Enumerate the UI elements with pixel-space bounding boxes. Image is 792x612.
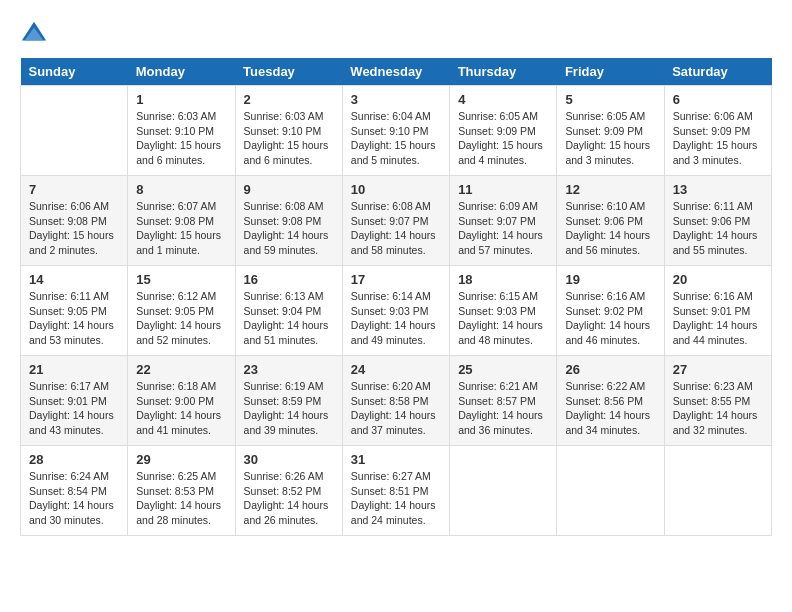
calendar-cell: 7Sunrise: 6:06 AM Sunset: 9:08 PM Daylig…	[21, 176, 128, 266]
calendar-cell: 17Sunrise: 6:14 AM Sunset: 9:03 PM Dayli…	[342, 266, 449, 356]
calendar-cell: 28Sunrise: 6:24 AM Sunset: 8:54 PM Dayli…	[21, 446, 128, 536]
day-number: 15	[136, 272, 226, 287]
calendar-cell: 27Sunrise: 6:23 AM Sunset: 8:55 PM Dayli…	[664, 356, 771, 446]
day-number: 5	[565, 92, 655, 107]
day-info: Sunrise: 6:09 AM Sunset: 9:07 PM Dayligh…	[458, 199, 548, 258]
calendar-cell: 21Sunrise: 6:17 AM Sunset: 9:01 PM Dayli…	[21, 356, 128, 446]
logo	[20, 20, 52, 48]
day-info: Sunrise: 6:26 AM Sunset: 8:52 PM Dayligh…	[244, 469, 334, 528]
day-info: Sunrise: 6:08 AM Sunset: 9:07 PM Dayligh…	[351, 199, 441, 258]
day-number: 6	[673, 92, 763, 107]
day-number: 23	[244, 362, 334, 377]
calendar-cell: 30Sunrise: 6:26 AM Sunset: 8:52 PM Dayli…	[235, 446, 342, 536]
calendar-cell: 11Sunrise: 6:09 AM Sunset: 9:07 PM Dayli…	[450, 176, 557, 266]
calendar-cell: 16Sunrise: 6:13 AM Sunset: 9:04 PM Dayli…	[235, 266, 342, 356]
day-number: 29	[136, 452, 226, 467]
calendar-cell: 20Sunrise: 6:16 AM Sunset: 9:01 PM Dayli…	[664, 266, 771, 356]
calendar-cell: 26Sunrise: 6:22 AM Sunset: 8:56 PM Dayli…	[557, 356, 664, 446]
day-info: Sunrise: 6:27 AM Sunset: 8:51 PM Dayligh…	[351, 469, 441, 528]
day-number: 3	[351, 92, 441, 107]
calendar-cell: 9Sunrise: 6:08 AM Sunset: 9:08 PM Daylig…	[235, 176, 342, 266]
calendar-cell: 10Sunrise: 6:08 AM Sunset: 9:07 PM Dayli…	[342, 176, 449, 266]
day-number: 25	[458, 362, 548, 377]
calendar-table: SundayMondayTuesdayWednesdayThursdayFrid…	[20, 58, 772, 536]
day-info: Sunrise: 6:07 AM Sunset: 9:08 PM Dayligh…	[136, 199, 226, 258]
day-number: 13	[673, 182, 763, 197]
calendar-cell: 19Sunrise: 6:16 AM Sunset: 9:02 PM Dayli…	[557, 266, 664, 356]
calendar-cell: 4Sunrise: 6:05 AM Sunset: 9:09 PM Daylig…	[450, 86, 557, 176]
day-number: 1	[136, 92, 226, 107]
calendar-cell: 15Sunrise: 6:12 AM Sunset: 9:05 PM Dayli…	[128, 266, 235, 356]
calendar-cell: 22Sunrise: 6:18 AM Sunset: 9:00 PM Dayli…	[128, 356, 235, 446]
day-info: Sunrise: 6:03 AM Sunset: 9:10 PM Dayligh…	[244, 109, 334, 168]
day-number: 31	[351, 452, 441, 467]
day-number: 12	[565, 182, 655, 197]
calendar-cell: 25Sunrise: 6:21 AM Sunset: 8:57 PM Dayli…	[450, 356, 557, 446]
calendar-cell	[21, 86, 128, 176]
day-info: Sunrise: 6:11 AM Sunset: 9:06 PM Dayligh…	[673, 199, 763, 258]
calendar-cell: 18Sunrise: 6:15 AM Sunset: 9:03 PM Dayli…	[450, 266, 557, 356]
day-info: Sunrise: 6:06 AM Sunset: 9:08 PM Dayligh…	[29, 199, 119, 258]
day-info: Sunrise: 6:12 AM Sunset: 9:05 PM Dayligh…	[136, 289, 226, 348]
day-info: Sunrise: 6:23 AM Sunset: 8:55 PM Dayligh…	[673, 379, 763, 438]
calendar-week-row: 21Sunrise: 6:17 AM Sunset: 9:01 PM Dayli…	[21, 356, 772, 446]
calendar-week-row: 1Sunrise: 6:03 AM Sunset: 9:10 PM Daylig…	[21, 86, 772, 176]
day-number: 14	[29, 272, 119, 287]
calendar-cell	[450, 446, 557, 536]
day-number: 17	[351, 272, 441, 287]
calendar-cell: 6Sunrise: 6:06 AM Sunset: 9:09 PM Daylig…	[664, 86, 771, 176]
calendar-cell: 12Sunrise: 6:10 AM Sunset: 9:06 PM Dayli…	[557, 176, 664, 266]
weekday-header-tuesday: Tuesday	[235, 58, 342, 86]
day-info: Sunrise: 6:16 AM Sunset: 9:02 PM Dayligh…	[565, 289, 655, 348]
weekday-header-wednesday: Wednesday	[342, 58, 449, 86]
calendar-cell: 31Sunrise: 6:27 AM Sunset: 8:51 PM Dayli…	[342, 446, 449, 536]
day-info: Sunrise: 6:18 AM Sunset: 9:00 PM Dayligh…	[136, 379, 226, 438]
day-info: Sunrise: 6:22 AM Sunset: 8:56 PM Dayligh…	[565, 379, 655, 438]
day-info: Sunrise: 6:08 AM Sunset: 9:08 PM Dayligh…	[244, 199, 334, 258]
day-number: 27	[673, 362, 763, 377]
calendar-cell: 24Sunrise: 6:20 AM Sunset: 8:58 PM Dayli…	[342, 356, 449, 446]
calendar-cell: 5Sunrise: 6:05 AM Sunset: 9:09 PM Daylig…	[557, 86, 664, 176]
calendar-cell: 8Sunrise: 6:07 AM Sunset: 9:08 PM Daylig…	[128, 176, 235, 266]
day-number: 21	[29, 362, 119, 377]
day-number: 26	[565, 362, 655, 377]
calendar-week-row: 14Sunrise: 6:11 AM Sunset: 9:05 PM Dayli…	[21, 266, 772, 356]
day-number: 10	[351, 182, 441, 197]
day-info: Sunrise: 6:04 AM Sunset: 9:10 PM Dayligh…	[351, 109, 441, 168]
day-info: Sunrise: 6:19 AM Sunset: 8:59 PM Dayligh…	[244, 379, 334, 438]
calendar-cell	[664, 446, 771, 536]
page-header	[20, 20, 772, 48]
day-number: 18	[458, 272, 548, 287]
calendar-cell	[557, 446, 664, 536]
day-info: Sunrise: 6:10 AM Sunset: 9:06 PM Dayligh…	[565, 199, 655, 258]
day-number: 7	[29, 182, 119, 197]
weekday-header-sunday: Sunday	[21, 58, 128, 86]
day-info: Sunrise: 6:13 AM Sunset: 9:04 PM Dayligh…	[244, 289, 334, 348]
day-number: 4	[458, 92, 548, 107]
day-info: Sunrise: 6:16 AM Sunset: 9:01 PM Dayligh…	[673, 289, 763, 348]
weekday-header-friday: Friday	[557, 58, 664, 86]
day-info: Sunrise: 6:06 AM Sunset: 9:09 PM Dayligh…	[673, 109, 763, 168]
day-number: 24	[351, 362, 441, 377]
weekday-header-saturday: Saturday	[664, 58, 771, 86]
day-info: Sunrise: 6:24 AM Sunset: 8:54 PM Dayligh…	[29, 469, 119, 528]
day-number: 28	[29, 452, 119, 467]
calendar-cell: 1Sunrise: 6:03 AM Sunset: 9:10 PM Daylig…	[128, 86, 235, 176]
day-info: Sunrise: 6:11 AM Sunset: 9:05 PM Dayligh…	[29, 289, 119, 348]
day-info: Sunrise: 6:03 AM Sunset: 9:10 PM Dayligh…	[136, 109, 226, 168]
day-info: Sunrise: 6:25 AM Sunset: 8:53 PM Dayligh…	[136, 469, 226, 528]
day-number: 22	[136, 362, 226, 377]
day-number: 16	[244, 272, 334, 287]
calendar-cell: 13Sunrise: 6:11 AM Sunset: 9:06 PM Dayli…	[664, 176, 771, 266]
day-info: Sunrise: 6:20 AM Sunset: 8:58 PM Dayligh…	[351, 379, 441, 438]
calendar-cell: 14Sunrise: 6:11 AM Sunset: 9:05 PM Dayli…	[21, 266, 128, 356]
logo-icon	[20, 20, 48, 48]
day-number: 8	[136, 182, 226, 197]
calendar-cell: 29Sunrise: 6:25 AM Sunset: 8:53 PM Dayli…	[128, 446, 235, 536]
weekday-header-row: SundayMondayTuesdayWednesdayThursdayFrid…	[21, 58, 772, 86]
day-info: Sunrise: 6:21 AM Sunset: 8:57 PM Dayligh…	[458, 379, 548, 438]
day-number: 9	[244, 182, 334, 197]
day-number: 30	[244, 452, 334, 467]
day-info: Sunrise: 6:15 AM Sunset: 9:03 PM Dayligh…	[458, 289, 548, 348]
weekday-header-thursday: Thursday	[450, 58, 557, 86]
